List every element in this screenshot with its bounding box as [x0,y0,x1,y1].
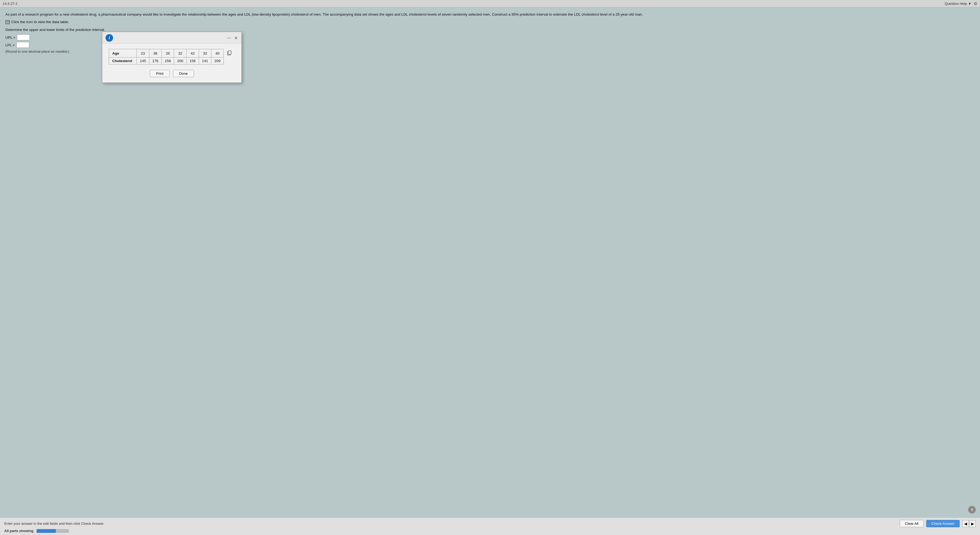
bottom-bar-top: Enter your answer in the edit fields and… [4,520,976,527]
prev-arrow-button[interactable]: ◀ [962,520,969,527]
age-val-7: 40 [212,49,224,57]
upl-input[interactable] [17,34,30,40]
top-bar-right: Question Help ▼ ⚙ [945,1,977,6]
data-table-link-label: Click the icon to view the data table. [11,20,69,24]
done-button[interactable]: Done [173,70,194,77]
bottom-instruction: Enter your answer in the edit fields and… [4,522,104,525]
lpl-input[interactable] [16,42,29,48]
data-table-modal: i — ✕ Age 23 36 26 32 42 32 40 [102,32,242,83]
progress-bar-fill [37,529,56,533]
age-val-1: 23 [137,49,149,57]
age-val-2: 36 [149,49,161,57]
table-row-age: Age 23 36 26 32 42 32 40 [109,49,235,57]
chol-val-1: 145 [137,57,149,64]
help-button[interactable]: ? [968,506,976,514]
table-row-cholesterol: Cholesterol 145 176 158 200 156 141 209 [109,57,235,64]
bottom-bar-bottom: All parts showing [4,529,976,533]
progress-bar [37,529,69,533]
question-help-button[interactable]: Question Help ▼ [945,2,971,6]
copy-icon [227,51,232,55]
modal-controls: — ✕ [226,35,238,41]
cholesterol-label: Cholesterol [109,57,137,64]
chol-val-3: 158 [162,57,174,64]
modal-body: Age 23 36 26 32 42 32 40 [102,43,242,83]
cholesterol-data-table: Age 23 36 26 32 42 32 40 [109,49,235,64]
gear-icon[interactable]: ⚙ [974,1,977,6]
svg-rect-5 [228,51,231,54]
data-table-link[interactable]: Click the icon to view the data table. [5,20,975,24]
chol-val-4: 200 [174,57,186,64]
age-val-4: 32 [174,49,186,57]
nav-arrows: ◀ ▶ [962,520,976,527]
chol-empty-cell [224,57,235,64]
chol-val-6: 141 [199,57,211,64]
modal-minimize-button[interactable]: — [226,35,232,41]
print-button[interactable]: Print [150,70,170,77]
chol-val-5: 156 [186,57,199,64]
copy-icon-cell[interactable] [224,49,235,57]
age-val-5: 42 [186,49,199,57]
bottom-bar: Enter your answer in the edit fields and… [0,517,980,535]
info-icon: i [105,34,113,42]
age-label: Age [109,49,137,57]
check-answer-button[interactable]: Check Answer [926,520,959,527]
clear-all-button[interactable]: Clear All [900,520,923,527]
chol-val-7: 209 [212,57,224,64]
modal-header: i — ✕ [102,32,242,43]
svg-rect-0 [6,21,10,24]
upl-label: UPL = [5,35,15,40]
question-text: Determine the upper and lower limits of … [5,28,975,32]
table-icon [5,20,10,24]
age-val-6: 32 [199,49,211,57]
top-bar: 14.4.27-1 Question Help ▼ ⚙ [0,0,980,8]
problem-description: As part of a research program for a new … [5,12,926,17]
all-parts-label: All parts showing [4,529,33,533]
main-content: As part of a research program for a new … [0,8,980,58]
page-title: 14.4.27-1 [3,2,18,6]
bottom-right-controls: Clear All Check Answer ◀ ▶ [900,520,976,527]
age-val-3: 26 [162,49,174,57]
modal-close-button[interactable]: ✕ [234,35,238,41]
chol-val-2: 176 [149,57,161,64]
lpl-label: LPL = [5,43,15,47]
chevron-down-icon: ▼ [968,2,971,6]
next-arrow-button[interactable]: ▶ [969,520,976,527]
modal-buttons: Print Done [109,70,235,77]
